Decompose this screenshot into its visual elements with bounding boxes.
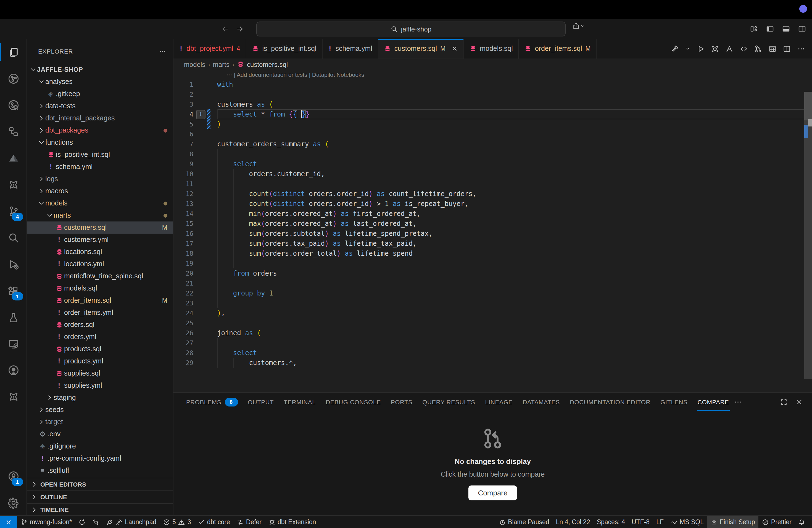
close-tab-icon[interactable]: [451, 45, 458, 52]
tree-item-models[interactable]: models: [27, 197, 173, 209]
editor-action-more-icon[interactable]: [797, 44, 806, 53]
activity-dbt-icon[interactable]: [0, 171, 27, 198]
toggle-panel-icon[interactable]: [782, 24, 791, 33]
status-blame[interactable]: Blame Paused: [495, 516, 553, 528]
code-line-10[interactable]: 10 orders.customer_id,: [173, 169, 812, 179]
activity-schema-viewer-icon[interactable]: [0, 118, 27, 145]
panel-tab-datamates[interactable]: DATAMATES: [518, 393, 565, 411]
add-line-action-button[interactable]: +: [196, 110, 205, 119]
status-dbt-core[interactable]: dbt core: [194, 516, 233, 528]
tree-item-macros[interactable]: macros: [27, 185, 173, 197]
toggle-primary-sidebar-icon[interactable]: [766, 24, 774, 33]
panel-tab-lineage[interactable]: LINEAGE: [480, 393, 518, 411]
panel-tab-ports[interactable]: PORTS: [386, 393, 417, 411]
editor-action-chev-sm-icon[interactable]: [685, 46, 691, 52]
editor-action-dbt-icon[interactable]: [711, 44, 719, 53]
panel-tab-terminal[interactable]: TERMINAL: [279, 393, 321, 411]
status-git-compare[interactable]: [89, 516, 103, 528]
code-line-29[interactable]: 29 customers.*,: [173, 358, 812, 368]
sidebar-section-timeline[interactable]: TIMELINE: [27, 503, 173, 516]
code-line-3[interactable]: 3customers as (: [173, 99, 812, 109]
tree-item-functions[interactable]: functions: [27, 136, 173, 149]
tree-item-target[interactable]: target: [27, 416, 173, 428]
share-dropdown-button[interactable]: [572, 22, 585, 30]
tab-order_items.sql[interactable]: order_items.sqlM: [519, 39, 597, 59]
tree-item-orders.sql[interactable]: orders.sql: [27, 319, 173, 331]
code-line-9[interactable]: 9 select: [173, 159, 812, 169]
code-line-2[interactable]: 2: [173, 89, 812, 99]
code-line-18[interactable]: 18 sum(orders.order_total) as lifetime_s…: [173, 249, 812, 259]
activity-dbt-lineage-icon[interactable]: [0, 65, 27, 92]
tab-customers.sql[interactable]: customers.sqlM: [378, 39, 464, 59]
activity-datapilot-icon[interactable]: [0, 145, 27, 171]
code-line-16[interactable]: 16 sum(orders.subtotal) as lifetime_spen…: [173, 229, 812, 239]
tree-item-locations.sql[interactable]: locations.sql: [27, 246, 173, 258]
codelens[interactable]: ⋯ | Add documentation or tests | Datapil…: [173, 70, 812, 79]
tree-item-marts[interactable]: marts: [27, 209, 173, 221]
editor-action-hammer-icon[interactable]: [671, 44, 679, 53]
activity-dbt-power-user-icon[interactable]: [0, 383, 27, 410]
tree-item-logs[interactable]: logs: [27, 173, 173, 185]
activity-search-icon[interactable]: [0, 224, 27, 251]
customize-layout-icon[interactable]: [750, 24, 758, 33]
tree-item-is_positive_int.sql[interactable]: is_positive_int.sql: [27, 149, 173, 161]
editor-action-sqlfluff-icon[interactable]: [725, 44, 734, 53]
tree-item-supplies.sql[interactable]: supplies.sql: [27, 367, 173, 379]
tree-item-models.sql[interactable]: models.sql: [27, 282, 173, 294]
tree-item-data-tests[interactable]: data-tests: [27, 100, 173, 112]
tree-item-.gitkeep[interactable]: ◈.gitkeep: [27, 88, 173, 100]
code-line-14[interactable]: 14 min(orders.ordered_at) as first_order…: [173, 209, 812, 219]
activity-dbt-lineage-search-icon[interactable]: [0, 92, 27, 118]
code-line-11[interactable]: 11: [173, 179, 812, 189]
tree-item-supplies.yml[interactable]: !supplies.yml: [27, 379, 173, 392]
status-sync[interactable]: [75, 516, 89, 528]
activity-source-control-icon[interactable]: 4: [0, 198, 27, 224]
code-line-24[interactable]: 24),: [173, 308, 812, 318]
activity-account-icon[interactable]: 1: [0, 463, 27, 489]
command-center-search[interactable]: jaffle-shop: [256, 21, 566, 36]
status-dbt-extension[interactable]: dbt Extension: [265, 516, 319, 528]
code-line-12[interactable]: 12 count(distinct orders.order_id) as co…: [173, 189, 812, 199]
code-line-13[interactable]: 13 count(distinct orders.order_id) > 1 a…: [173, 199, 812, 209]
tree-item-jaffle-shop[interactable]: JAFFLE-SHOP: [27, 63, 173, 76]
tab-models.sql[interactable]: models.sql: [464, 39, 519, 59]
tree-item-orders.yml[interactable]: !orders.yml: [27, 331, 173, 343]
tree-item-dbt_internal_packages[interactable]: dbt_internal_packages: [27, 112, 173, 124]
activity-remote-explorer-icon[interactable]: [0, 330, 27, 357]
breadcrumb-file[interactable]: customers.sql: [247, 60, 288, 68]
status-language-mode[interactable]: MS SQL: [667, 516, 707, 528]
panel-tab-query-results[interactable]: QUERY RESULTS: [417, 393, 480, 411]
back-arrow-icon[interactable]: [221, 25, 229, 33]
status-notifications[interactable]: [795, 516, 809, 528]
code-line-8[interactable]: 8: [173, 149, 812, 159]
close-panel-icon[interactable]: [795, 398, 803, 406]
panel-tab-compare[interactable]: COMPARE: [692, 393, 734, 411]
tree-item-dbt_packages[interactable]: dbt_packages: [27, 124, 173, 136]
status-launchpad[interactable]: Launchpad: [103, 516, 160, 528]
code-line-17[interactable]: 17 sum(orders.tax_paid) as lifetime_tax_…: [173, 239, 812, 249]
status-remote-indicator[interactable]: [0, 516, 17, 528]
code-line-20[interactable]: 20 from orders: [173, 268, 812, 278]
activity-testing-icon[interactable]: [0, 304, 27, 330]
status-cursor-position[interactable]: Ln 4, Col 22: [553, 516, 594, 528]
code-line-15[interactable]: 15 max(orders.ordered_at) as last_ordere…: [173, 219, 812, 229]
tree-item-.pre-commit-config.yaml[interactable]: !.pre-commit-config.yaml: [27, 452, 173, 465]
editor-action-split-icon[interactable]: [783, 44, 791, 53]
panel-tab-problems[interactable]: PROBLEMS8: [181, 393, 243, 411]
breadcrumb[interactable]: models›marts›customers.sql: [173, 59, 812, 70]
panel-tab-gitlens[interactable]: GITLENS: [655, 393, 692, 411]
code-line-25[interactable]: 25: [173, 318, 812, 328]
code-line-27[interactable]: 27: [173, 338, 812, 348]
code-line-5[interactable]: 5): [173, 119, 812, 129]
maximize-panel-icon[interactable]: [780, 398, 788, 406]
code-line-7[interactable]: 7customer_orders_summary as (: [173, 139, 812, 149]
tree-item-analyses[interactable]: analyses: [27, 76, 173, 88]
tree-item-locations.yml[interactable]: !locations.yml: [27, 258, 173, 270]
compare-button[interactable]: Compare: [469, 485, 517, 500]
tab-is_positive_int.sql[interactable]: is_positive_int.sql: [246, 39, 322, 59]
code-line-28[interactable]: 28 select: [173, 348, 812, 358]
scrollbar-thumb[interactable]: [804, 92, 812, 120]
code-line-23[interactable]: 23: [173, 298, 812, 308]
status-encoding[interactable]: UTF-8: [628, 516, 653, 528]
tree-item-.gitignore[interactable]: ◈.gitignore: [27, 440, 173, 452]
